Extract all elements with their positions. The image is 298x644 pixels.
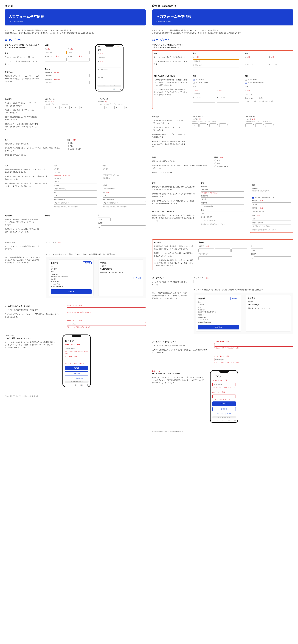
dob-d-select[interactable] (73, 106, 80, 110)
login-section: ［特殊ケース］ ログイン画面でのエラーメッセージ ログインのようなスクリーンでは… (5, 334, 146, 387)
phone-kana2-lbl: 氏名（カタカナ） (98, 76, 121, 78)
mail-err-input-1[interactable] (67, 308, 146, 311)
mail-input[interactable] (46, 244, 106, 248)
nat2-r1[interactable]: 日本国籍のみ (245, 79, 291, 81)
login-kicker-red: 特殊ケース (152, 370, 204, 372)
submit-button[interactable]: 申請する (51, 290, 92, 294)
tel-part-2[interactable] (215, 248, 230, 252)
tel-part-1[interactable] (198, 248, 214, 252)
dob-y-input[interactable] (98, 106, 105, 110)
tel-single-input[interactable] (198, 256, 232, 260)
meikana-lbl: 名（カタカナ） (68, 55, 78, 57)
phone-kana2-input[interactable] (98, 80, 121, 83)
phone-mei-input[interactable] (98, 64, 121, 68)
back-link[interactable]: トップへ戻る (133, 277, 141, 279)
name-desc-h: デザインシステムで定義しているテキスト入力コンポーネントの使用例です (5, 44, 40, 49)
forgot-link[interactable]: パスワードをお忘れの方 (70, 378, 84, 379)
mail-section-r: メールアドレス メールアドレスはすべて半角英数字で入力してもらいます。 ※a：「… (152, 277, 293, 334)
intl-tel-input[interactable] (101, 226, 146, 229)
tel-part-3[interactable] (231, 248, 247, 252)
phone-kana-input[interactable] (98, 72, 121, 75)
before-heading: 変更前 (5, 4, 146, 8)
after-column: 変更後（赤枠部分） 入力フォーム基本情報 2022年5月31日 作成 オンライン… (152, 3, 293, 432)
signup-button[interactable]: 新規登録 (65, 372, 88, 376)
city-input[interactable]: 千代田区紀尾井町 (54, 187, 97, 190)
sex-r1[interactable]: 女性 (67, 142, 146, 144)
intro-line-2: 必要な情報を正しく取得するためには分かりやすく明確なフォーム コントロールの使用… (5, 32, 95, 34)
login-urlbar[interactable]: ᴀᴀaa.example.com↻ (65, 380, 89, 383)
phone-nav-2[interactable]: ‹›⇪📖⧉ (63, 384, 90, 386)
name-notes: デザインシステムで定義しているテキスト入力コンポーネントの使用例です 名前 入力… (5, 44, 40, 92)
city-input-2[interactable]: 千代田区紀尾井町 (103, 187, 146, 190)
last-input[interactable]: Required (45, 81, 90, 84)
svg-rect-2 (6, 40, 7, 41)
hero-date: 2022年5月31日 作成 (9, 20, 142, 23)
phone-nav[interactable]: ‹›⇪📖⧉ (96, 88, 123, 90)
login-mail-input[interactable]: named.digital (65, 347, 88, 350)
after-heading: 変更後（赤枠部分） (152, 4, 293, 8)
r-sei-input-2[interactable] (245, 59, 267, 62)
last-req: Required (54, 78, 60, 80)
zip-input-m[interactable] (252, 192, 291, 196)
banchi-input[interactable]: 1-3 (54, 194, 97, 198)
pref-input-2[interactable] (103, 180, 146, 183)
r-sei-input[interactable]: 中田 太郎 (193, 60, 239, 63)
nat2-name-input[interactable]: 中田 太郎 (245, 92, 291, 96)
seikana-input[interactable] (45, 58, 67, 62)
mail-err-section: メールアドレスとエラーテキスト メールアドレス入力の特定のエラーの場合です。 入… (5, 305, 146, 328)
phone-urlbar[interactable]: ᴀᴀaa.example.com↻ (97, 85, 121, 87)
phone-sei-input[interactable]: 中田 太郎 (98, 56, 121, 60)
dob-m-input[interactable] (108, 106, 115, 110)
r-mei-input-2[interactable] (269, 59, 291, 62)
nat2-r3[interactable]: 日本国籍を含む重国籍 (245, 82, 291, 84)
svg-rect-5 (154, 40, 155, 41)
nat-r2[interactable]: 日本国籍以外のみ (193, 82, 239, 84)
phone-login: ログイン メールアドレス 必須 named.digital ※正しいメールアドレ… (63, 334, 91, 387)
login-button[interactable]: ログイン (65, 366, 88, 370)
login-h: ログイン画面でのエラーメッセージ (5, 337, 57, 340)
first-input[interactable]: HANAKO (45, 74, 90, 77)
name-h: 名前 (5, 52, 40, 54)
addr-section: 住所 郵便番号から住所を検索できるようにします。正式だと入力ミスを減らす効果があ… (5, 164, 146, 208)
sex-r2[interactable]: 男性 (67, 145, 146, 147)
dob-y-select[interactable] (53, 106, 60, 110)
name-section-changed: 名前 入力フォームは、氏と名それぞれ設けます。 ひとつだけの入力フィールドだと分… (152, 50, 293, 109)
bld-input-2[interactable]: デジタルビルディング101 (103, 201, 146, 205)
country-select[interactable]: 日本 (98, 218, 111, 221)
nat2-alpha-input[interactable] (245, 104, 291, 107)
pref-select-m[interactable]: 東京都 (252, 202, 291, 206)
tel-section: 電話番号 電話番号は住所必須、市外局番…の番号のテキスト（意味は、各別々のフィー… (5, 214, 146, 234)
zip-err: ※半角数字で入力してください (54, 175, 97, 176)
login-pw-input[interactable] (65, 359, 88, 362)
name-p2: ひとつだけの入力フィールドだと分けにくくなります。 (5, 60, 40, 66)
hero-title: 入力フォーム基本情報 (9, 14, 142, 19)
nat-r1[interactable]: 日本国籍のみ (193, 79, 239, 81)
pref-input[interactable]: 東京都 (54, 180, 97, 184)
sei-req: 必須 (48, 48, 50, 50)
hero-r: 入力フォーム基本情報 2022年5月31日 作成 (152, 10, 293, 26)
zip-input[interactable]: 1020094 (54, 171, 97, 174)
mail-err-input-2[interactable]: named.digital (67, 322, 146, 326)
mail-h: メールアドレス (5, 241, 41, 244)
tel-h: 電話番号 (5, 214, 39, 217)
edit-button[interactable]: 修正する (83, 262, 92, 264)
banchi-input-2[interactable]: 1-3 (103, 194, 146, 198)
r-seikana-input[interactable] (193, 67, 239, 71)
first-lbl: First Name (45, 72, 52, 73)
noaddr-checkbox[interactable]: 郵便番号から住所が入力された (252, 197, 291, 198)
mei-input[interactable]: 田中 (68, 50, 90, 54)
dob-d-input[interactable] (118, 106, 124, 110)
sex-h: 性別 (5, 139, 61, 141)
dob-m-select[interactable] (63, 106, 70, 110)
meikana-input[interactable] (68, 58, 90, 62)
dob-section: 生年月日 入力フォームは生年月日はなく、「年」「月」「日」それぞれ設けます。 入… (5, 98, 146, 132)
svg-rect-1 (5, 40, 6, 41)
phone-name: 9:47📶 🔋 名前 姓必須 中田 太郎 名必須 氏名（カタカナ） 氏名（カタカ… (95, 44, 146, 92)
zip-input-2[interactable] (103, 171, 146, 174)
addr-h: 住所 (5, 164, 48, 167)
bld-input[interactable]: デジタルビルディング101 (54, 201, 97, 205)
seikana-lbl: 姓（カタカナ） (45, 55, 55, 57)
sex-r3[interactable]: その他・無回答 (67, 148, 146, 150)
dob-era-select[interactable] (45, 106, 51, 110)
sei-input[interactable]: 中田 太郎 (45, 50, 67, 54)
